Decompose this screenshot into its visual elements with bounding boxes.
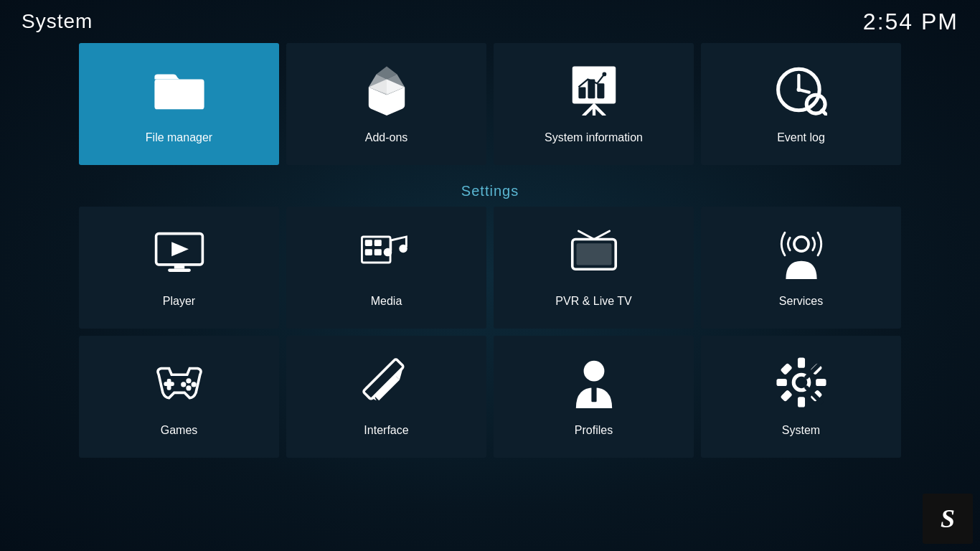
media-label: Media <box>371 295 402 308</box>
tile-profiles[interactable]: Profiles <box>494 336 694 458</box>
svg-rect-24 <box>374 249 381 255</box>
svg-point-37 <box>181 382 186 387</box>
games-icon <box>154 357 205 415</box>
services-icon <box>776 227 827 286</box>
event-log-icon <box>776 64 827 123</box>
svg-rect-40 <box>591 387 596 402</box>
tile-add-ons[interactable]: Add-ons <box>286 43 486 165</box>
tile-pvr-live-tv[interactable]: PVR & Live TV <box>494 207 694 329</box>
interface-icon <box>361 357 413 415</box>
svg-point-34 <box>186 378 191 383</box>
svg-rect-1 <box>154 83 204 109</box>
svg-line-13 <box>798 90 809 93</box>
svg-line-2 <box>583 105 593 116</box>
svg-point-26 <box>399 245 407 253</box>
player-icon <box>154 227 205 286</box>
watermark: S <box>923 494 973 544</box>
pvr-live-tv-icon <box>568 227 620 286</box>
tile-system-information[interactable]: System information <box>494 43 694 165</box>
clock: 2:54 PM <box>863 9 958 35</box>
svg-rect-21 <box>364 240 372 246</box>
svg-point-35 <box>191 382 196 387</box>
svg-point-9 <box>602 72 606 77</box>
tile-media[interactable]: Media <box>286 207 486 329</box>
svg-marker-19 <box>171 242 189 256</box>
svg-rect-6 <box>578 87 585 98</box>
svg-rect-30 <box>576 243 611 265</box>
svg-rect-18 <box>168 269 191 272</box>
system-icon <box>776 357 827 415</box>
system-information-icon <box>568 64 620 123</box>
svg-rect-43 <box>797 397 804 407</box>
file-manager-label: File manager <box>146 131 212 144</box>
system-label: System <box>782 424 820 437</box>
tile-services[interactable]: Services <box>701 207 901 329</box>
svg-rect-33 <box>164 382 174 386</box>
tile-player[interactable]: Player <box>79 207 279 329</box>
settings-row-2: Games Interface <box>79 336 901 458</box>
app-title: System <box>22 10 93 33</box>
services-label: Services <box>779 295 823 308</box>
svg-point-36 <box>186 385 191 390</box>
tile-system[interactable]: System <box>701 336 901 458</box>
pvr-live-tv-label: PVR & Live TV <box>555 295 631 308</box>
svg-line-15 <box>821 110 826 116</box>
svg-rect-17 <box>174 265 184 269</box>
add-ons-icon <box>361 64 413 123</box>
svg-rect-46 <box>780 363 792 375</box>
tile-interface[interactable]: Interface <box>286 336 486 458</box>
event-log-label: Event log <box>777 131 825 144</box>
svg-point-25 <box>383 248 392 257</box>
add-ons-label: Add-ons <box>365 131 408 144</box>
profiles-icon <box>568 357 620 415</box>
profiles-label: Profiles <box>575 424 613 437</box>
tile-file-manager[interactable]: File manager <box>79 43 279 165</box>
svg-rect-23 <box>364 249 372 255</box>
svg-rect-8 <box>597 83 604 98</box>
svg-rect-42 <box>797 357 804 367</box>
settings-label: Settings <box>79 172 901 207</box>
svg-rect-22 <box>374 240 381 246</box>
svg-rect-44 <box>776 379 786 386</box>
system-information-label: System information <box>545 131 643 144</box>
settings-rows: Player <box>79 207 901 458</box>
tile-event-log[interactable]: Event log <box>701 43 901 165</box>
svg-rect-48 <box>780 390 792 402</box>
games-label: Games <box>161 424 198 437</box>
interface-label: Interface <box>364 424 408 437</box>
settings-row-1: Player <box>79 207 901 329</box>
file-manager-icon <box>154 64 205 123</box>
svg-point-39 <box>583 361 604 382</box>
svg-line-3 <box>594 105 604 116</box>
svg-point-31 <box>793 237 808 251</box>
player-label: Player <box>163 295 195 308</box>
tile-games[interactable]: Games <box>79 336 279 458</box>
svg-rect-45 <box>816 379 826 386</box>
top-row: File manager A <box>79 43 901 165</box>
media-icon <box>361 227 413 286</box>
